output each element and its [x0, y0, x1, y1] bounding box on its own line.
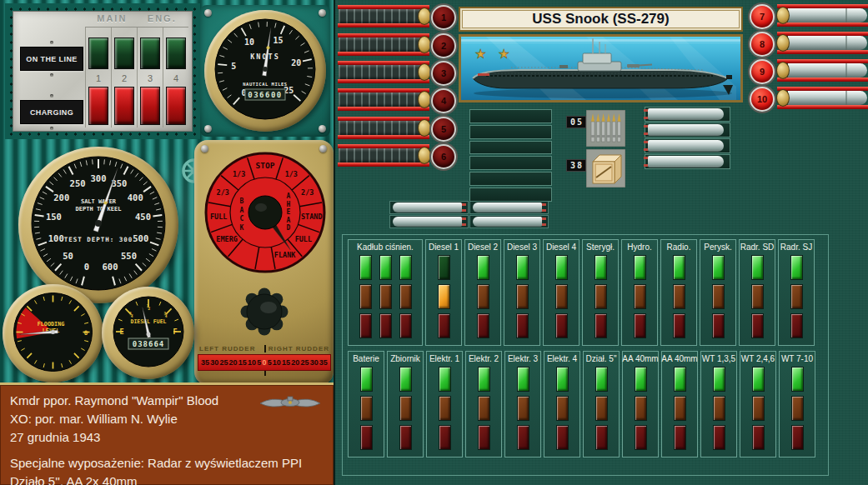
fire-tube-7-button[interactable]: 7: [750, 4, 775, 29]
forward-torpedo-tube[interactable]: [338, 33, 429, 56]
engine-column: 1: [85, 28, 111, 128]
rudder-scale-number: 0: [262, 358, 266, 367]
engine-charging-switch[interactable]: [88, 87, 108, 125]
amber-status-light: [399, 284, 412, 309]
status-lights: [556, 367, 569, 454]
red-status-light: [516, 313, 529, 338]
status-box: Radio.: [660, 239, 697, 346]
status-box: Dział. 5": [583, 351, 620, 458]
fire-tube-1-button[interactable]: 1: [431, 5, 456, 30]
aft-torpedo-tube[interactable]: [777, 59, 868, 82]
status-box: Diesel 1: [425, 239, 462, 346]
status-light-column: [674, 367, 686, 454]
aa-ammo-count: 38: [566, 159, 586, 172]
amber-status-light: [359, 284, 372, 309]
engine-online-switch[interactable]: [88, 38, 108, 69]
svg-text:20: 20: [291, 58, 301, 68]
empty-reserve-slot: [469, 172, 552, 186]
engine-charging-switch[interactable]: [114, 87, 134, 125]
svg-text:DEPTH TO KEEL: DEPTH TO KEEL: [76, 206, 122, 212]
red-status-light: [477, 313, 489, 338]
forward-torpedo-tube[interactable]: [338, 61, 429, 83]
fire-tube-8-button[interactable]: 8: [750, 32, 775, 57]
tube-cap: [418, 147, 431, 164]
status-label: WT 2,4,6: [741, 354, 775, 363]
forward-reserve-slot: [469, 201, 549, 214]
tube-rail: [338, 23, 429, 28]
rudder-scale-number: 10: [273, 358, 281, 367]
engine-online-switch[interactable]: [166, 38, 186, 69]
status-box: WT 2,4,6: [740, 351, 776, 458]
torpedo-status-panel: 12345678910 USS Snook (SS-279): [334, 0, 868, 485]
damage-status-panel: Kadłub ciśnien.Diesel 1Diesel 2Diesel 3D…: [342, 234, 829, 476]
status-light-column: [673, 255, 685, 342]
status-lights: [438, 255, 450, 342]
fire-tube-6-button[interactable]: 6: [431, 144, 456, 169]
tube-body-loaded: [788, 36, 867, 50]
rudder-scale-number: 25: [219, 358, 228, 367]
fire-tube-4-button[interactable]: 4: [431, 88, 456, 113]
green-status-light: [595, 367, 608, 392]
status-label: Elektr. 2: [469, 354, 499, 363]
svg-text:150: 150: [46, 212, 62, 222]
green-status-light: [752, 367, 765, 392]
fire-tube-2-button[interactable]: 2: [431, 33, 456, 58]
status-label: Radr. SJ: [780, 242, 812, 252]
status-box: Elektr. 4: [544, 351, 580, 458]
engine-charging-switch[interactable]: [166, 87, 186, 125]
amber-status-light: [477, 284, 489, 309]
armament: Działo 5'', AA 2x 40mm: [10, 472, 324, 485]
aft-torpedo-tube[interactable]: [777, 87, 868, 109]
tube-cap: [776, 89, 790, 107]
tube-cap: [776, 34, 790, 52]
forward-torpedo-tube[interactable]: [338, 88, 429, 111]
forward-torpedo-tube[interactable]: [338, 117, 429, 139]
engine-online-switch[interactable]: [114, 38, 134, 69]
status-light-column: [791, 367, 804, 454]
svg-text:1/3: 1/3: [233, 170, 245, 178]
tube-rail: [338, 52, 429, 56]
rudder-scale-number: 35: [201, 358, 209, 367]
forward-reserve-slot: [389, 215, 469, 228]
svg-text:A: A: [287, 192, 291, 200]
tube-body-empty: [339, 9, 424, 23]
aft-torpedo-tube[interactable]: [777, 32, 868, 54]
fire-tube-10-button[interactable]: 10: [750, 87, 775, 112]
forward-torpedo-tube[interactable]: [338, 5, 429, 28]
control-panel: MAIN ENG. ON THE LINE CHARGING 1234 0510…: [0, 0, 334, 485]
amber-status-light: [517, 396, 529, 421]
status-box: Sterygł.: [582, 239, 619, 346]
fire-tube-5-button[interactable]: 5: [431, 117, 456, 142]
engine-online-switch[interactable]: [140, 38, 160, 69]
svg-text:300: 300: [91, 173, 107, 183]
svg-text:FLANK: FLANK: [274, 251, 296, 259]
telegraph-knob[interactable]: [238, 287, 290, 340]
fire-tube-3-button[interactable]: 3: [431, 61, 456, 86]
status-box: Elektr. 1: [426, 351, 463, 458]
status-label: WT 7-10: [781, 354, 813, 363]
status-label: AA 40mm: [661, 354, 697, 363]
forward-torpedo-tube[interactable]: [338, 144, 429, 167]
svg-text:600: 600: [102, 262, 118, 272]
engine-telegraph-dial[interactable]: STOP1/32/3STANDFULLFLANK1/32/3FULLEMERGB…: [203, 150, 328, 278]
svg-text:C: C: [240, 215, 244, 222]
spacer-line: [10, 447, 324, 454]
eng-label: ENG.: [148, 13, 177, 23]
engine-charging-switch[interactable]: [140, 87, 160, 125]
aft-torpedo-tube[interactable]: [777, 4, 868, 27]
status-lights: [516, 255, 529, 342]
svg-text:DIESEL FUEL: DIESEL FUEL: [130, 318, 166, 325]
status-light-column: [516, 255, 529, 342]
status-light-column: [751, 255, 764, 342]
amber-status-light: [556, 396, 569, 421]
knots-gauge: 0510152025KNOTSNAUTICAL MILES036600: [204, 10, 326, 132]
green-status-light: [399, 367, 412, 392]
rudder-scale-number: 15: [282, 358, 290, 367]
red-status-light: [399, 425, 412, 450]
status-box: Zbiornik: [387, 351, 424, 458]
tube-body-loaded: [788, 63, 867, 78]
status-lights: [635, 367, 647, 454]
fire-tube-9-button[interactable]: 9: [750, 59, 775, 84]
tube-rail: [338, 107, 429, 111]
red-status-light: [752, 425, 765, 450]
